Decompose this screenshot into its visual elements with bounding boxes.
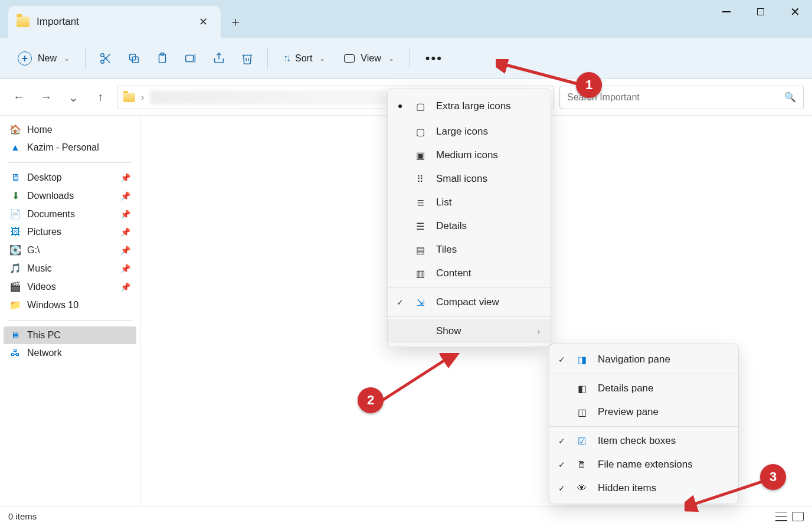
menu-item-details[interactable]: ☰Details [388,214,551,238]
sidebar-item-drive-g[interactable]: 💽G:\📌 [4,241,136,259]
list-icon: ≣ [414,197,427,208]
view-button[interactable]: View ⌄ [337,48,401,68]
menu-item-large-icons[interactable]: ▢Large icons [388,120,551,143]
scissors-icon [99,52,112,65]
copy-button[interactable] [122,47,146,70]
toolbar: + New ⌄ ↑↓ Sort ⌄ View ⌄ ••• [0,38,812,79]
cut-button[interactable] [94,47,117,70]
sidebar-item-windows10[interactable]: 📁Windows 10 [4,296,136,314]
menu-label: Small icons [436,173,487,185]
menu-label: Details [436,220,467,232]
sidebar-item-onedrive[interactable]: ▲Kazim - Personal [4,139,136,156]
share-icon [212,52,225,65]
menu-label: Content [436,267,472,279]
menu-item-item-check-boxes[interactable]: ✓☑Item check boxes [549,429,738,453]
menu-item-content[interactable]: ▥Content [388,262,551,285]
menu-label: Compact view [436,296,499,308]
menu-item-compact-view[interactable]: ✓⇲Compact view [388,290,551,314]
new-button[interactable]: + New ⌄ [11,47,77,70]
sidebar-label: Network [27,348,62,358]
preview-pane-icon: ◫ [575,407,588,418]
compact-icon: ⇲ [414,297,427,308]
tab-title: Important [37,16,187,28]
details-icon: ☰ [414,221,427,232]
maximize-button[interactable] [744,0,778,24]
up-button[interactable]: ↑ [90,87,111,108]
cloud-icon: ▲ [9,142,21,153]
sidebar-item-pictures[interactable]: 🖼Pictures📌 [4,223,136,241]
check-icon: ✓ [396,298,404,307]
folder-icon [123,93,135,102]
checkbox-icon: ☑ [575,436,588,447]
back-button[interactable]: ← [8,87,30,108]
forward-button[interactable]: → [35,87,57,108]
show-submenu: ✓◨Navigation pane ◧Details pane ◫Preview… [549,344,739,504]
sidebar-item-downloads[interactable]: ⬇Downloads📌 [4,187,136,205]
xl-icons-icon: ▢ [414,101,427,112]
delete-button[interactable] [235,47,259,70]
menu-item-list[interactable]: ≣List [388,191,551,214]
pin-icon: 📌 [120,173,130,182]
menu-item-details-pane[interactable]: ◧Details pane [549,377,738,400]
menu-item-file-name-extensions[interactable]: ✓🗎File name extensions [549,453,738,476]
tab-close-button[interactable]: ✕ [194,13,212,31]
close-window-button[interactable]: ✕ [778,0,812,24]
menu-item-navigation-pane[interactable]: ✓◨Navigation pane [549,348,738,371]
rename-button[interactable] [179,47,202,70]
sidebar-item-home[interactable]: 🏠Home [4,120,136,139]
pc-icon: 🖥 [9,330,21,341]
pin-icon: 📌 [120,246,130,255]
folder-icon [17,17,30,27]
menu-item-small-icons[interactable]: ⠿Small icons [388,167,551,191]
check-icon: ✓ [558,355,566,364]
large-icons-view-button[interactable] [792,512,804,521]
eye-icon: 👁 [575,483,588,494]
menu-item-preview-pane[interactable]: ◫Preview pane [549,400,738,424]
chevron-right-icon: › [538,327,540,336]
menu-label: File name extensions [598,459,693,471]
more-button[interactable]: ••• [418,46,450,71]
menu-label: Extra large icons [436,100,511,112]
minimize-button[interactable] [709,0,744,24]
menu-label: List [436,197,451,208]
new-tab-button[interactable]: ＋ [221,0,250,38]
check-icon: ✓ [558,460,566,469]
tiles-icon: ▤ [414,244,427,256]
new-label: New [38,53,57,64]
sidebar-item-desktop[interactable]: 🖥Desktop📌 [4,169,136,187]
menu-item-medium-icons[interactable]: ▣Medium icons [388,143,551,167]
sidebar-item-this-pc[interactable]: 🖥This PC [4,326,136,344]
chevron-right-icon: › [141,92,144,103]
share-button[interactable] [207,47,231,70]
menu-item-extra-large-icons[interactable]: •▢Extra large icons [388,93,551,120]
svg-point-0 [101,53,104,57]
sidebar-item-videos[interactable]: 🎬Videos📌 [4,277,136,296]
menu-item-show[interactable]: Show› [388,319,551,343]
sidebar-label: Documents [27,209,75,220]
menu-item-hidden-items[interactable]: ✓👁Hidden items [549,476,738,500]
item-count: 0 items [8,511,37,521]
paste-button[interactable] [150,47,174,70]
separator [8,320,132,321]
check-icon: ✓ [558,436,566,446]
sidebar-item-documents[interactable]: 📄Documents📌 [4,205,136,223]
separator [8,162,132,163]
menu-label: Navigation pane [598,354,670,365]
recent-locations-button[interactable]: ⌄ [63,87,84,108]
network-icon: 🖧 [9,348,21,358]
details-view-button[interactable] [775,512,787,521]
sidebar-label: Desktop [27,172,62,183]
separator [410,48,410,69]
nav-pane-icon: ◨ [575,354,588,365]
pin-icon: 📌 [120,282,130,292]
window-tab[interactable]: Important ✕ [8,6,221,38]
sidebar-item-music[interactable]: 🎵Music📌 [4,259,136,277]
sidebar-item-network[interactable]: 🖧Network [4,344,136,362]
annotation-badge-3: 3 [760,464,786,490]
menu-label: Hidden items [598,482,656,494]
pin-icon: 📌 [120,264,130,273]
pin-icon: 📌 [120,210,130,219]
sort-button[interactable]: ↑↓ Sort ⌄ [276,47,332,69]
menu-label: Medium icons [436,149,498,161]
menu-item-tiles[interactable]: ▤Tiles [388,238,551,262]
